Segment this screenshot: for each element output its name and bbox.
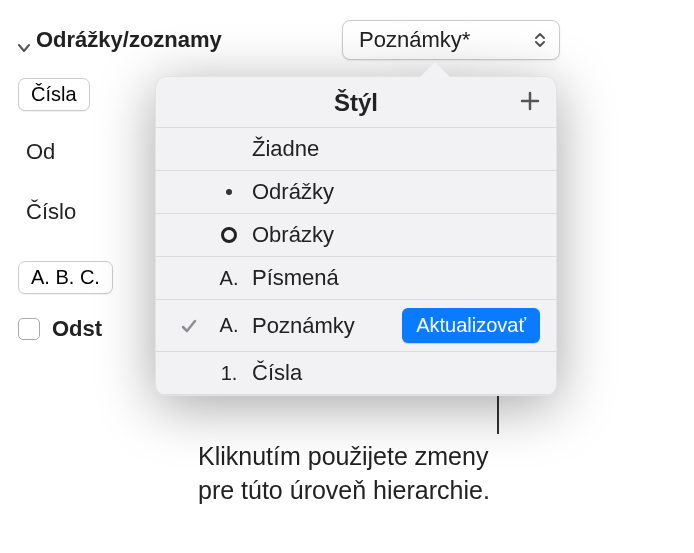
add-style-button[interactable]: [516, 87, 544, 115]
style-item-none[interactable]: Žiadne: [156, 127, 556, 170]
style-list: Žiadne Odrážky Obrázky A. Písmená: [156, 127, 556, 395]
style-item-numbers[interactable]: 1. Čísla: [156, 351, 556, 395]
prefix-notes: A.: [206, 314, 252, 337]
prefix-letters: A.: [206, 267, 252, 290]
popover-header: Štýl: [156, 77, 556, 127]
section-header: Odrážky/zoznamy Poznámky*: [18, 12, 560, 68]
style-popover: Štýl Žiadne Odrážky Obrázky: [155, 76, 557, 396]
chevron-down-icon: [18, 34, 30, 46]
image-bullet-icon: [206, 227, 252, 243]
numbers-dropdown[interactable]: Čísla: [18, 78, 90, 111]
odst-label: Odst: [52, 312, 102, 346]
style-item-images[interactable]: Obrázky: [156, 213, 556, 256]
style-item-label: Čísla: [252, 360, 540, 386]
style-item-label: Žiadne: [252, 136, 540, 162]
popover-arrow: [419, 62, 451, 78]
number-format-dropdown[interactable]: A. B. C.: [18, 261, 113, 294]
callout-text: Kliknutím použijete zmeny pre túto úrove…: [198, 440, 658, 508]
style-item-label: Poznámky: [252, 313, 402, 339]
style-item-notes[interactable]: A. Poznámky Aktualizovať: [156, 299, 556, 351]
numbers-label: Čísla: [31, 83, 77, 106]
section-title: Odrážky/zoznamy: [36, 27, 222, 53]
updown-icon: [531, 31, 549, 49]
popover-title: Štýl: [334, 89, 378, 117]
update-style-button[interactable]: Aktualizovať: [402, 308, 540, 343]
list-style-value: Poznámky*: [359, 27, 470, 53]
style-item-label: Odrážky: [252, 179, 540, 205]
number-format-value: A. B. C.: [31, 266, 100, 289]
bullet-icon: [206, 189, 252, 195]
style-item-label: Obrázky: [252, 222, 540, 248]
callout-line2: pre túto úroveň hierarchie.: [198, 476, 490, 504]
list-style-dropdown[interactable]: Poznámky*: [342, 20, 560, 60]
callout-line1: Kliknutím použijete zmeny: [198, 442, 488, 470]
checkmark-icon: [172, 317, 206, 335]
odst-checkbox[interactable]: [18, 318, 40, 340]
style-item-bullets[interactable]: Odrážky: [156, 170, 556, 213]
section-toggle[interactable]: Odrážky/zoznamy: [18, 27, 222, 53]
prefix-numbers: 1.: [206, 362, 252, 385]
style-item-label: Písmená: [252, 265, 540, 291]
style-item-letters[interactable]: A. Písmená: [156, 256, 556, 299]
